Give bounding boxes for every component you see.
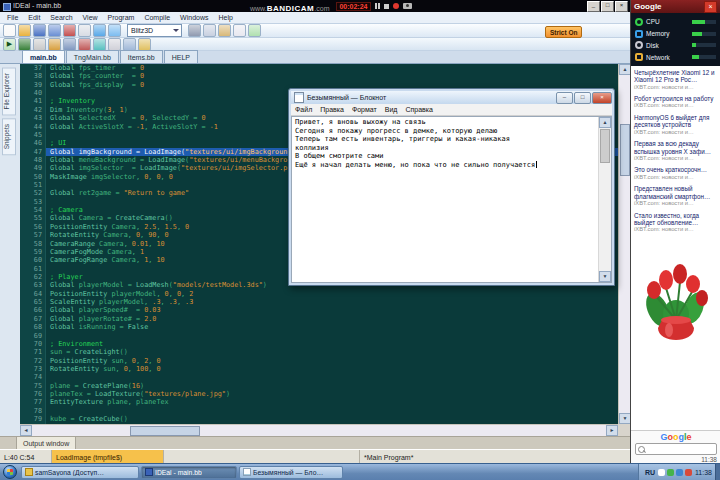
dock-tab[interactable]: Snippets [2, 118, 16, 155]
start-button[interactable] [3, 465, 17, 479]
notepad-menu-item[interactable]: Формат [348, 106, 381, 113]
undo-icon[interactable] [93, 24, 106, 37]
save-file-icon[interactable] [33, 24, 46, 37]
feed-item[interactable]: Это очень краткосрочн…iXBT.com: новости … [634, 166, 717, 180]
close-button[interactable] [615, 1, 628, 12]
notepad-scrollbar[interactable]: ▲ ▼ [598, 117, 611, 282]
comment-icon[interactable] [93, 38, 106, 51]
tab-main.bb[interactable]: main.bb [22, 50, 65, 63]
line-number: 72 [20, 357, 42, 365]
ide-menu-compile[interactable]: Compile [139, 14, 175, 21]
notepad-menu-item[interactable]: Вид [381, 106, 402, 113]
feed-item[interactable]: Первая за всю декаду вспышка уровня X за… [634, 140, 717, 161]
clock[interactable]: 11:38 [695, 469, 712, 476]
google-search-input[interactable] [635, 443, 717, 455]
code-token: Camera, [107, 256, 144, 264]
ide-menu-windows[interactable]: Windows [175, 14, 213, 21]
minimize-button[interactable] [587, 1, 600, 12]
feed-item[interactable]: Стало известно, когда выйдет обновление…… [634, 212, 717, 233]
code-token: Global [50, 281, 75, 289]
notepad-menu-item[interactable]: Справка [401, 106, 436, 113]
ide-menu-search[interactable]: Search [45, 14, 77, 21]
bookmark-icon[interactable] [63, 38, 76, 51]
taskbar-button[interactable]: Безымянный — Бло… [239, 466, 343, 479]
code-token: sun = [50, 348, 75, 356]
feed-item[interactable]: Представлен новый флагманский смартфон…i… [634, 185, 717, 206]
redo-icon[interactable] [108, 24, 121, 37]
feed-item[interactable]: Четырёхлетние Xiaomi 12 и Xiaomi 12 Pro … [634, 69, 717, 90]
ide-menu-program[interactable]: Program [103, 14, 140, 21]
notepad-title-bar[interactable]: Безымянный — Блокнот [291, 91, 612, 104]
notepad-scroll-thumb[interactable] [600, 129, 610, 163]
notepad-text-area[interactable]: Привет, я вновь выхожу на связьСегодня я… [292, 117, 598, 282]
taskbar-button[interactable]: samSayona (Доступ… [21, 466, 139, 479]
monitor-meter-fill [692, 20, 705, 24]
ide-menu-edit[interactable]: Edit [23, 14, 45, 21]
tray-icon[interactable] [676, 469, 683, 476]
show-desktop-button[interactable] [715, 464, 720, 480]
tray-icon[interactable] [685, 469, 692, 476]
paste-icon[interactable] [218, 24, 231, 37]
save-all-icon[interactable] [48, 24, 61, 37]
scroll-left-icon[interactable]: ◄ [20, 425, 32, 436]
ide-menu-file[interactable]: File [2, 14, 23, 21]
open-file-icon[interactable] [18, 24, 31, 37]
cut-icon[interactable] [188, 24, 201, 37]
build-icon[interactable] [48, 38, 61, 51]
notepad-menu-item[interactable]: Файл [291, 106, 316, 113]
indent-icon[interactable] [108, 38, 121, 51]
ide-title-bar[interactable]: IDEal - main.bb www.BANDICAM.com 00:02:2… [0, 0, 630, 12]
outdent-icon[interactable] [123, 38, 136, 51]
find-icon[interactable] [233, 24, 246, 37]
vertical-scroll-thumb[interactable] [620, 124, 630, 176]
help-icon[interactable] [138, 38, 151, 51]
code-token: fps_timer = [75, 64, 140, 72]
feed-item[interactable]: HarmonyOS 6 выйдет для десятков устройст… [634, 114, 717, 135]
notepad-minimize-button[interactable] [556, 92, 573, 104]
notepad-scroll-up-icon[interactable]: ▲ [599, 117, 611, 128]
tab-Items.bb[interactable]: Items.bb [120, 50, 163, 63]
compile-icon[interactable] [33, 38, 46, 51]
compiler-select[interactable]: Blitz3D [127, 24, 182, 37]
record-icon[interactable] [393, 3, 399, 9]
scroll-right-icon[interactable]: ► [606, 425, 618, 436]
copy-icon[interactable] [203, 24, 216, 37]
strict-mode-toggle[interactable]: Strict On [545, 26, 582, 38]
tray-icon[interactable] [658, 469, 665, 476]
code-token: Inventory( [62, 106, 107, 114]
new-file-icon[interactable] [3, 24, 16, 37]
monitor-row: Memory [635, 30, 716, 38]
tab-HELP[interactable]: HELP [164, 50, 198, 63]
taskbar-button[interactable]: IDEal - main.bb [141, 466, 237, 479]
dock-tab[interactable]: File Explorer [2, 67, 16, 115]
language-indicator[interactable]: RU [645, 469, 655, 476]
output-window-tab[interactable]: Output window [16, 436, 76, 449]
debug-icon[interactable] [18, 38, 31, 51]
replace-icon[interactable] [248, 24, 261, 37]
camera-icon[interactable] [403, 3, 412, 9]
ide-menu-help[interactable]: Help [214, 14, 238, 21]
line-number: 61 [20, 265, 42, 273]
code-token: fps_display = [75, 81, 140, 89]
close-file-icon[interactable] [63, 24, 76, 37]
sidebar-close-icon[interactable]: × [704, 1, 717, 13]
notepad-window[interactable]: Безымянный — Блокнот ФайлПравкаФорматВид… [288, 88, 615, 286]
ide-menu-view[interactable]: View [78, 14, 103, 21]
notepad-maximize-button[interactable] [574, 92, 591, 104]
breakpoint-icon[interactable] [78, 38, 91, 51]
notepad-close-button[interactable] [592, 92, 612, 104]
maximize-button[interactable] [601, 1, 614, 12]
run-icon[interactable]: ▶ [3, 38, 16, 51]
notepad-scroll-down-icon[interactable]: ▼ [599, 271, 611, 282]
pause-icon[interactable] [375, 3, 380, 9]
network-icon [635, 53, 643, 61]
horizontal-scroll-thumb[interactable] [130, 426, 200, 436]
stop-icon[interactable] [384, 4, 389, 9]
tab-TngMain.bb[interactable]: TngMain.bb [66, 50, 119, 63]
line-number: 59 [20, 248, 42, 256]
bandicam-url-suffix: .com [314, 5, 329, 12]
print-icon[interactable] [78, 24, 91, 37]
notepad-menu-item[interactable]: Правка [316, 106, 348, 113]
tray-icon[interactable] [667, 469, 674, 476]
feed-item[interactable]: Робот устроился на работуiXBT.com: новос… [634, 95, 717, 109]
